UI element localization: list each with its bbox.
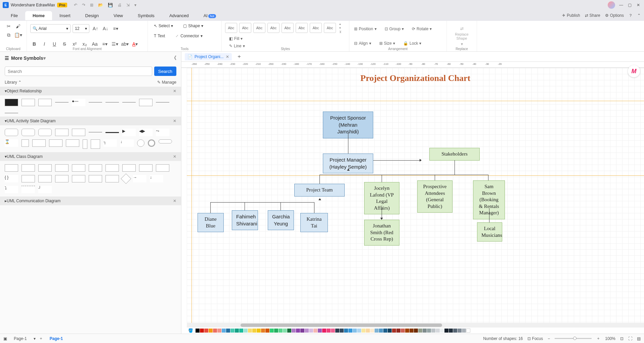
zoom-slider[interactable] (555, 338, 592, 339)
color-swatch[interactable] (261, 329, 265, 333)
doc-tab[interactable]: 📄 Project Organi... ✕ (185, 53, 232, 60)
color-swatch[interactable] (309, 329, 313, 333)
close-tab-icon[interactable]: ✕ (226, 54, 229, 59)
color-swatch[interactable] (379, 329, 383, 333)
color-swatch[interactable] (449, 329, 453, 333)
node-katrina[interactable]: Katrina Tai (300, 213, 328, 232)
color-swatch[interactable] (344, 329, 348, 333)
shape-item[interactable] (38, 164, 52, 172)
symbol-search-input[interactable] (5, 67, 152, 76)
color-swatch[interactable] (265, 329, 269, 333)
shape-item[interactable] (122, 164, 136, 172)
shape-item[interactable] (105, 175, 119, 182)
share-button[interactable]: ⇄ Share (585, 13, 600, 18)
shape-item[interactable]: ●— (72, 99, 85, 106)
style-6[interactable]: Abc (296, 23, 308, 33)
color-swatch[interactable] (462, 329, 466, 333)
color-swatch[interactable] (348, 329, 352, 333)
cut-icon[interactable]: ✂ (5, 22, 13, 30)
color-swatch[interactable] (327, 329, 331, 333)
shape-item[interactable] (122, 102, 136, 102)
color-swatch[interactable] (375, 329, 379, 333)
position-button[interactable]: ⊞ Position ▾ (353, 26, 378, 32)
color-swatch[interactable] (353, 329, 357, 333)
focus-button[interactable]: ⊡ Focus (527, 336, 543, 341)
save-icon[interactable]: 💾 (108, 3, 113, 7)
color-swatch[interactable] (383, 329, 387, 333)
node-team[interactable]: Project Team (294, 184, 345, 197)
replace-shape-button[interactable]: ⇄Replace Shape ▾ (450, 26, 473, 47)
shape-tool[interactable]: ▢ Shape ▾ (180, 22, 206, 30)
color-swatch[interactable] (453, 329, 457, 333)
color-swatch[interactable] (300, 329, 304, 333)
help-icon[interactable]: ？ (629, 13, 633, 18)
close-cat-icon[interactable]: ✕ (173, 154, 176, 159)
color-swatch[interactable] (396, 329, 400, 333)
color-swatch[interactable] (331, 329, 335, 333)
menu-design[interactable]: Design (78, 11, 106, 20)
color-swatch[interactable] (204, 329, 208, 333)
shape-item[interactable] (105, 102, 119, 102)
shape-item[interactable] (72, 175, 85, 182)
color-swatch[interactable] (361, 329, 366, 333)
size-button[interactable]: ⊞ Size ▾ (378, 40, 396, 46)
m-badge-icon[interactable]: M (628, 65, 640, 77)
close-cat-icon[interactable]: ✕ (173, 199, 176, 203)
shape-item[interactable]: ⤳ (156, 129, 169, 136)
color-swatch[interactable] (270, 329, 274, 333)
shape-item[interactable] (89, 102, 102, 102)
menu-ai[interactable]: AIhot (196, 11, 223, 20)
more-symbols-label[interactable]: More Symbols (11, 55, 43, 61)
zoom-in-icon[interactable]: ＋ (596, 336, 600, 341)
color-swatch[interactable] (370, 329, 374, 333)
font-size-select[interactable]: 12▾ (73, 24, 89, 33)
menu-advanced[interactable]: Advanced (162, 11, 196, 20)
color-swatch[interactable] (209, 329, 213, 333)
format-painter-icon[interactable]: 🖌 (14, 22, 22, 30)
color-swatch[interactable] (444, 329, 448, 333)
shape-item[interactable]: ▶ (122, 129, 136, 136)
shape-item[interactable] (5, 113, 18, 113)
add-tab-button[interactable]: ＋ (234, 53, 245, 60)
symbol-search-button[interactable]: Search (154, 67, 176, 76)
shape-item[interactable] (5, 164, 18, 172)
color-swatch[interactable] (423, 329, 427, 333)
shape-item[interactable] (32, 139, 46, 147)
shape-item[interactable]: ⌛ (5, 139, 18, 147)
shape-item[interactable] (55, 164, 69, 172)
color-swatch[interactable] (222, 329, 226, 333)
style-more-icon[interactable]: ⊻ (339, 30, 342, 34)
shape-item[interactable] (156, 164, 169, 172)
decrease-font-icon[interactable]: A↓ (101, 25, 110, 33)
zoom-level[interactable]: 100% (605, 336, 615, 341)
color-swatch[interactable] (292, 329, 296, 333)
text-tool[interactable]: T Text (151, 32, 168, 40)
close-cat-icon[interactable]: ✕ (173, 119, 176, 123)
new-icon[interactable]: ⊞ (90, 3, 93, 7)
color-swatch[interactable] (283, 329, 287, 333)
color-swatch[interactable] (418, 329, 422, 333)
shape-item[interactable]: ◀▶ (139, 129, 153, 136)
shape-item[interactable] (55, 129, 69, 136)
shape-item[interactable] (83, 139, 87, 149)
color-swatch[interactable] (217, 329, 221, 333)
shape-item[interactable] (139, 164, 153, 172)
align-icon[interactable]: ≡▾ (112, 25, 120, 33)
node-fahimeh[interactable]: Fahimeh Shivarani (232, 210, 258, 230)
shape-item[interactable] (72, 164, 85, 172)
page-dropdown-icon[interactable]: ▾ (34, 336, 36, 341)
node-local[interactable]: Local Musicians (477, 222, 502, 242)
color-swatch[interactable] (318, 329, 322, 333)
shape-item[interactable]: ┘ (38, 186, 52, 193)
maximize-icon[interactable]: ▢ (628, 3, 633, 7)
color-swatch[interactable] (392, 329, 396, 333)
menu-symbols[interactable]: Symbols (130, 11, 162, 20)
shape-item[interactable] (22, 186, 35, 193)
shape-item[interactable] (38, 129, 52, 136)
color-swatch[interactable] (244, 329, 248, 333)
shape-item[interactable] (22, 129, 35, 136)
color-swatch[interactable] (248, 329, 252, 333)
color-swatch[interactable] (230, 329, 234, 333)
shape-item[interactable]: ↓ (120, 139, 134, 147)
user-avatar[interactable] (608, 1, 615, 9)
